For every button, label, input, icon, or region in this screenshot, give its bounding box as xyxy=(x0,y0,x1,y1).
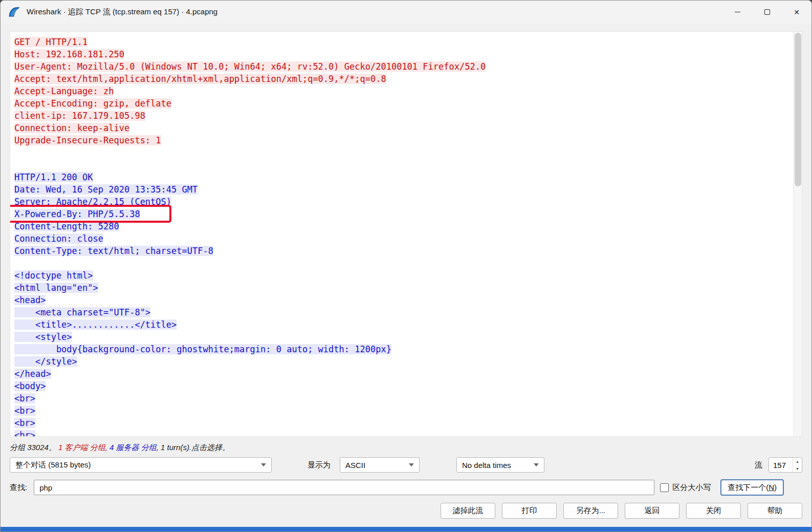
chevron-down-icon xyxy=(534,463,539,466)
show-as-label: 显示为 xyxy=(308,460,331,470)
close-window-button[interactable]: ✕ xyxy=(782,1,811,24)
find-next-label-post: ) xyxy=(774,483,777,492)
stream-line: <style> xyxy=(14,331,788,343)
stream-line: <html lang="en"> xyxy=(14,282,788,294)
vertical-scrollbar[interactable] xyxy=(793,32,802,436)
find-row: 查找: 区分大小写 查找下一个(N) xyxy=(10,479,802,496)
stream-line: Upgrade-Insecure-Requests: 1 xyxy=(14,134,788,146)
spin-up-arrow[interactable]: ▲ xyxy=(793,458,802,465)
server-data-text: X-Powered-By: PHP/5.5.38 xyxy=(14,209,140,219)
summary-segment-client: 1 客户端 分组, xyxy=(58,443,109,452)
stream-label: 流 xyxy=(755,460,762,470)
conversation-range-select[interactable]: 整个对话 (5815 bytes) xyxy=(10,457,272,473)
client-data-text: Upgrade-Insecure-Requests: 1 xyxy=(14,135,161,145)
case-sensitive-label: 区分大小写 xyxy=(672,483,711,493)
server-data-text: <style> xyxy=(14,332,72,342)
stream-number-spinbox[interactable]: 157 ▲ ▼ xyxy=(769,457,802,473)
summary-segment-plain: 分组 33024。 xyxy=(10,443,58,452)
stream-line: Server: Apache/2.2.15 (CentOS) xyxy=(14,196,788,208)
delta-times-select[interactable]: No delta times xyxy=(456,457,544,473)
client-data-text: Host: 192.168.181.250 xyxy=(14,49,124,59)
help-button[interactable]: 帮助 xyxy=(748,503,802,519)
server-data-text: <head> xyxy=(14,295,46,305)
find-label: 查找: xyxy=(10,483,27,493)
chevron-down-icon xyxy=(261,463,266,466)
server-data-text: <meta charset="UTF-8"> xyxy=(14,307,150,317)
window-controls: ✕ xyxy=(722,1,811,24)
summary-segment-plain: 1 turn(s).点击选择。 xyxy=(161,443,230,452)
back-button[interactable]: 返回 xyxy=(625,503,679,519)
server-data-text: </head> xyxy=(14,369,51,379)
conversation-range-value: 整个对话 (5815 bytes) xyxy=(15,460,91,470)
stream-line: Host: 192.168.181.250 xyxy=(14,48,788,60)
scrollbar-thumb[interactable] xyxy=(795,33,801,186)
server-data-text: Connection: close xyxy=(14,233,103,244)
stream-line: <body> xyxy=(14,380,788,392)
stream-line: X-Powered-By: PHP/5.5.38 xyxy=(14,208,788,220)
stream-line: Accept: text/html,application/xhtml+xml,… xyxy=(14,73,788,85)
minimize-icon xyxy=(735,12,740,12)
maximize-icon xyxy=(764,9,770,15)
client-data-text: Accept: text/html,application/xhtml+xml,… xyxy=(14,74,386,84)
stream-controls-row: 整个对话 (5815 bytes) 显示为 ASCII No delta tim… xyxy=(10,457,802,473)
stream-line: <br> xyxy=(14,429,788,437)
stream-line: Content-Length: 5280 xyxy=(14,220,788,232)
stream-summary: 分组 33024。 1 客户端 分组, 4 服务器 分组, 1 turn(s).… xyxy=(10,443,802,453)
server-data-text: Content-Type: text/html; charset=UTF-8 xyxy=(14,246,213,256)
find-input[interactable] xyxy=(34,480,654,495)
follow-tcp-stream-window: Wireshark · 追踪 TCP 流 (tcp.stream eq 157)… xyxy=(0,0,812,532)
client-data-text: User-Agent: Mozilla/5.0 (Windows NT 10.0… xyxy=(14,61,486,72)
print-button[interactable]: 打印 xyxy=(502,503,557,519)
stream-text-area[interactable]: GET / HTTP/1.1Host: 192.168.181.250User-… xyxy=(10,31,802,437)
server-data-text: <!doctype html> xyxy=(14,270,93,281)
stream-line: GET / HTTP/1.1 xyxy=(14,36,788,48)
show-as-select[interactable]: ASCII xyxy=(340,457,420,473)
server-data-text: <br> xyxy=(14,430,35,437)
stream-line: <head> xyxy=(14,294,788,306)
stream-line: </style> xyxy=(14,355,788,368)
client-data-text: Connection: keep-alive xyxy=(14,123,129,133)
dialog-buttons-row: 滤掉此流打印另存为...返回关闭帮助 xyxy=(10,503,802,519)
window-bottom-accent xyxy=(1,527,811,531)
stream-line: Accept-Language: zh xyxy=(14,85,788,97)
filter-out-stream-button[interactable]: 滤掉此流 xyxy=(441,503,495,519)
spinbox-arrows: ▲ ▼ xyxy=(793,458,802,472)
case-sensitive-checkbox[interactable] xyxy=(660,483,669,492)
find-next-label-pre: 查找下一个( xyxy=(728,483,769,492)
stream-line: client-ip: 167.179.105.98 xyxy=(14,110,788,122)
wireshark-icon xyxy=(8,6,21,19)
client-data-text: GET / HTTP/1.1 xyxy=(14,37,87,47)
maximize-button[interactable] xyxy=(752,1,782,24)
client-data-text: Accept-Language: zh xyxy=(14,86,114,96)
server-data-text: Server: Apache/2.2.15 (CentOS) xyxy=(14,197,171,207)
stream-line: Connection: close xyxy=(14,232,788,245)
save-as-button[interactable]: 另存为... xyxy=(563,503,618,519)
server-data-text: Date: Wed, 16 Sep 2020 13:35:45 GMT xyxy=(14,184,197,195)
server-data-text: <title>............</title> xyxy=(14,320,177,330)
stream-line: <!doctype html> xyxy=(14,269,788,282)
stream-line: Date: Wed, 16 Sep 2020 13:35:45 GMT xyxy=(14,183,788,196)
stream-content: GET / HTTP/1.1Host: 192.168.181.250User-… xyxy=(10,32,802,437)
window-title: Wireshark · 追踪 TCP 流 (tcp.stream eq 157)… xyxy=(27,7,217,17)
stream-line: User-Agent: Mozilla/5.0 (Windows NT 10.0… xyxy=(14,60,788,73)
server-data-text: </style> xyxy=(14,356,77,367)
server-data-text: <html lang="en"> xyxy=(14,283,98,293)
stream-line: <br> xyxy=(14,405,788,417)
stream-line: <br> xyxy=(14,392,788,405)
stream-line: <meta charset="UTF-8"> xyxy=(14,306,788,318)
stream-line: HTTP/1.1 200 OK xyxy=(14,171,788,183)
close-dialog-button[interactable]: 关闭 xyxy=(686,503,741,519)
find-next-button[interactable]: 查找下一个(N) xyxy=(720,479,784,496)
find-next-accesskey: N xyxy=(769,483,774,492)
server-data-text: <br> xyxy=(14,406,35,416)
show-as-value: ASCII xyxy=(345,461,365,470)
server-data-text: body{background-color: ghostwhite;margin… xyxy=(14,344,391,354)
client-data-text: Accept-Encoding: gzip, deflate xyxy=(14,98,171,109)
spin-down-arrow[interactable]: ▼ xyxy=(793,465,802,472)
titlebar: Wireshark · 追踪 TCP 流 (tcp.stream eq 157)… xyxy=(1,1,811,24)
server-data-text: <body> xyxy=(14,381,46,391)
minimize-button[interactable] xyxy=(722,1,752,24)
delta-times-value: No delta times xyxy=(462,461,511,470)
stream-line: <br> xyxy=(14,417,788,429)
stream-line: <title>............</title> xyxy=(14,318,788,331)
